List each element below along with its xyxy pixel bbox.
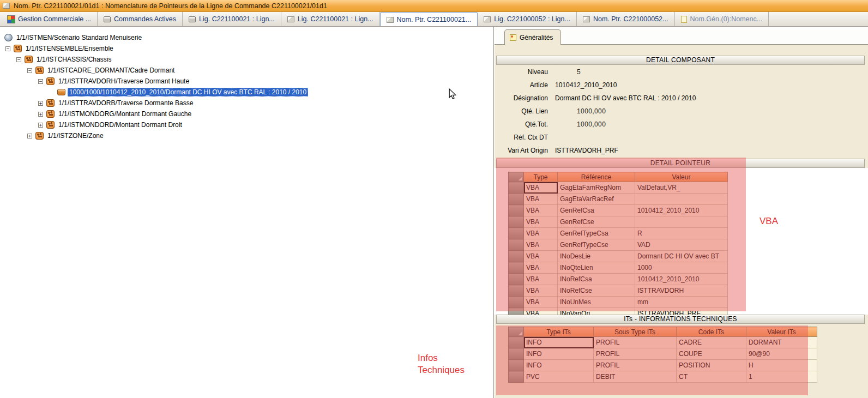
cell[interactable]: GenRefTypeCsa bbox=[558, 228, 635, 239]
row-selector[interactable] bbox=[509, 297, 524, 308]
select-all-corner[interactable] bbox=[509, 327, 524, 337]
cell[interactable]: VBA bbox=[524, 251, 558, 262]
tab-generalites[interactable]: Généralités bbox=[504, 29, 561, 45]
cell[interactable]: INFO bbox=[524, 360, 594, 371]
tab-5[interactable]: Lig. C221000052 : Lign... bbox=[478, 12, 577, 26]
row-selector[interactable] bbox=[509, 348, 524, 360]
select-all-corner[interactable] bbox=[509, 172, 524, 182]
cell[interactable]: VAD bbox=[635, 239, 728, 251]
column-header[interactable]: Valeur bbox=[635, 172, 728, 182]
cell[interactable]: PVC bbox=[524, 371, 594, 383]
cell[interactable]: ValDefaut,VR_ bbox=[635, 182, 728, 194]
cell[interactable]: VBA bbox=[524, 274, 558, 285]
row-selector[interactable] bbox=[509, 216, 524, 228]
cell[interactable]: VBA bbox=[524, 297, 558, 308]
tab-6[interactable]: Nom. Ptr. C221000052... bbox=[577, 12, 675, 26]
expand-icon[interactable]: + bbox=[37, 111, 44, 118]
tree-item[interactable]: +1/1/ISTZONE/Zone bbox=[0, 130, 493, 141]
cell[interactable]: PROFIL bbox=[594, 360, 677, 371]
expand-icon[interactable]: + bbox=[26, 132, 33, 140]
cell[interactable]: ISTTRAVDORH_PRF bbox=[635, 308, 728, 315]
cell[interactable]: INoQteLien bbox=[558, 262, 635, 274]
cell[interactable]: INoVariOri bbox=[558, 308, 635, 315]
expand-icon[interactable]: + bbox=[37, 100, 44, 107]
cell[interactable] bbox=[635, 194, 728, 205]
collapse-icon[interactable]: − bbox=[15, 56, 22, 63]
cell[interactable]: GagEtaFamRegNom bbox=[558, 182, 635, 194]
cell[interactable]: ISTTRAVDORH bbox=[635, 285, 728, 297]
tree-item[interactable]: +1/1/ISTTRAVDORB/Traverse Dormante Basse bbox=[0, 98, 493, 108]
column-header[interactable]: Sous Type ITs bbox=[594, 327, 677, 337]
cell[interactable]: H bbox=[746, 360, 817, 371]
cell[interactable]: INoDesLie bbox=[558, 251, 635, 262]
cell[interactable]: 1 bbox=[746, 371, 817, 383]
cell[interactable]: COUPE bbox=[677, 348, 746, 360]
tab-7[interactable]: Nom.Gén.(0):Nomenc... bbox=[675, 12, 769, 26]
row-selector[interactable] bbox=[509, 371, 524, 383]
cell[interactable]: VBA bbox=[524, 205, 558, 216]
tree-item[interactable]: 1/1/ISTMEN/Scénario Standard Menuiserie bbox=[0, 32, 493, 43]
cell[interactable]: mm bbox=[635, 297, 728, 308]
cell[interactable]: DEBIT bbox=[594, 371, 677, 383]
tree-item[interactable]: 1000/1000/1010412_2010_2010/Dormant DC H… bbox=[0, 87, 493, 98]
row-selector[interactable] bbox=[509, 182, 524, 194]
cell[interactable]: Dormant DC HI OV avec BT bbox=[635, 251, 728, 262]
row-selector[interactable] bbox=[509, 262, 524, 274]
row-selector[interactable] bbox=[509, 205, 524, 216]
cell[interactable]: GenRefCse bbox=[558, 216, 635, 228]
cell[interactable]: 1010412_2010_2010 bbox=[635, 205, 728, 216]
cell[interactable]: VBA bbox=[524, 239, 558, 251]
cell[interactable]: PROFIL bbox=[594, 337, 677, 348]
collapse-icon[interactable]: − bbox=[26, 67, 33, 74]
tree-item[interactable]: −1/1/ISTCHASSIS/Chassis bbox=[0, 54, 493, 65]
cell[interactable]: INFO bbox=[524, 337, 594, 348]
cell[interactable]: VBA bbox=[524, 228, 558, 239]
row-selector[interactable] bbox=[509, 251, 524, 262]
collapse-icon[interactable]: − bbox=[4, 45, 11, 52]
cell[interactable]: VBA bbox=[524, 216, 558, 228]
cell[interactable]: DORMANT bbox=[746, 337, 817, 348]
tab-4[interactable]: Nom. Ptr. C221100021... bbox=[380, 12, 478, 27]
cell[interactable]: INoRefCse bbox=[558, 285, 635, 297]
row-selector[interactable] bbox=[509, 360, 524, 371]
cell[interactable]: GagEtaVarRacRef bbox=[558, 194, 635, 205]
row-selector[interactable] bbox=[509, 194, 524, 205]
row-selector[interactable] bbox=[509, 239, 524, 251]
cell[interactable]: VBA bbox=[524, 308, 558, 315]
column-header[interactable]: Code ITs bbox=[677, 327, 746, 337]
cell[interactable]: 90@90 bbox=[746, 348, 817, 360]
tree-item[interactable]: −1/1/ISTCADRE_DORMANT/Cadre Dormant bbox=[0, 65, 493, 76]
cell[interactable]: GenRefTypeCse bbox=[558, 239, 635, 251]
cell[interactable]: POSITION bbox=[677, 360, 746, 371]
cell[interactable] bbox=[635, 216, 728, 228]
cell[interactable]: CADRE bbox=[677, 337, 746, 348]
tab-2[interactable]: Lig. C221100021 : Lign... bbox=[183, 12, 281, 26]
tab-0[interactable]: Gestion Commerciale ... bbox=[2, 12, 98, 26]
tree-item[interactable]: −1/1/ISTENSEMBLE/Ensemble bbox=[0, 43, 493, 54]
row-selector[interactable] bbox=[509, 274, 524, 285]
cell[interactable]: VBA bbox=[524, 194, 558, 205]
tree-item[interactable]: +1/1/ISTMONDORD/Montant Dormant Droit bbox=[0, 119, 493, 130]
expand-icon[interactable]: + bbox=[37, 122, 44, 129]
row-selector[interactable] bbox=[509, 308, 524, 315]
row-selector[interactable] bbox=[509, 228, 524, 239]
row-selector[interactable] bbox=[509, 285, 524, 297]
tree-item[interactable]: +1/1/ISTMONDORG/Montant Dormant Gauche bbox=[0, 108, 493, 119]
cell[interactable]: R bbox=[635, 228, 728, 239]
cell[interactable]: INFO bbox=[524, 348, 594, 360]
cell[interactable]: 1000 bbox=[635, 262, 728, 274]
row-selector[interactable] bbox=[509, 337, 524, 348]
column-header[interactable]: Type bbox=[524, 172, 558, 182]
cell[interactable]: VBA bbox=[524, 182, 558, 194]
cell[interactable]: INoUnMes bbox=[558, 297, 635, 308]
cell[interactable]: CT bbox=[677, 371, 746, 383]
column-header[interactable]: Référence bbox=[558, 172, 635, 182]
collapse-icon[interactable]: − bbox=[37, 78, 44, 85]
cell[interactable]: INoRefCsa bbox=[558, 274, 635, 285]
column-header[interactable]: Valeur ITs bbox=[746, 327, 817, 337]
cell[interactable]: 1010412_2010_2010 bbox=[635, 274, 728, 285]
tab-3[interactable]: Lig. C221100021 : Lign... bbox=[281, 12, 380, 26]
column-header[interactable]: Type ITs bbox=[524, 327, 594, 337]
tree-item[interactable]: −1/1/ISTTRAVDORH/Traverse Dormant Haute bbox=[0, 76, 493, 87]
cell[interactable]: GenRefCsa bbox=[558, 205, 635, 216]
